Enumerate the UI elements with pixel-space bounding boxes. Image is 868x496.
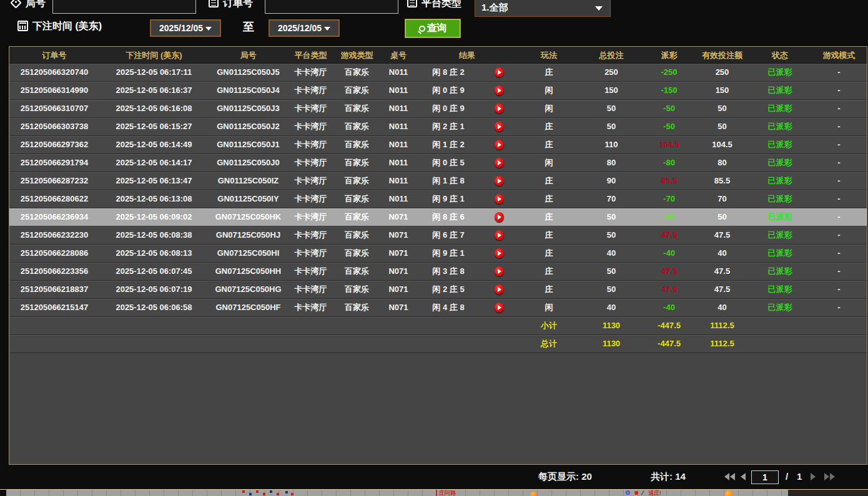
order-number-cell: 251205066232230 [9, 226, 99, 244]
replay-play-icon[interactable] [495, 266, 504, 276]
date-from-picker[interactable]: 2025/12/05 [150, 19, 221, 37]
result-cell: 闲 6 庄 7 [417, 226, 480, 244]
table-row[interactable]: 2512050662973622025-12-05 06:14:49GN0112… [9, 136, 867, 154]
replay-play-icon[interactable] [495, 194, 504, 204]
valid-bet-cell: 47.5 [696, 226, 749, 244]
valid-bet-cell: 47.5 [696, 263, 749, 280]
page-number-input[interactable] [751, 470, 779, 484]
table-row[interactable]: 2512050662322302025-12-05 06:08:38GN0712… [9, 226, 867, 245]
total-bet-cell: 50 [580, 208, 643, 226]
result-cell: 闲 1 庄 8 [417, 172, 480, 190]
column-header: 总投注 [580, 47, 643, 63]
table-row[interactable]: 2512050662280862025-12-05 06:08:13GN0712… [9, 245, 867, 263]
replay-cell [480, 281, 518, 298]
prev-page-button[interactable] [741, 473, 746, 480]
play-type-cell: 庄 [518, 172, 580, 190]
replay-play-icon[interactable] [495, 303, 504, 313]
order-number-cell: 251205066320740 [9, 64, 99, 81]
date-to-picker[interactable]: 2025/12/05 [269, 19, 340, 37]
bet-time-cell: 2025-12-05 06:09:02 [99, 208, 209, 226]
result-cell: 闲 3 庄 8 [417, 263, 480, 280]
replay-play-icon[interactable] [495, 158, 504, 168]
table-row[interactable]: 2512050662151472025-12-05 06:06:58GN0712… [9, 299, 867, 317]
replay-cell [480, 136, 518, 153]
status-cell: 已派彩 [749, 245, 811, 262]
status-cell: 已派彩 [749, 190, 811, 208]
table-row[interactable]: 2512050662872322025-12-05 06:13:47GN0112… [9, 172, 867, 190]
replay-play-icon[interactable] [495, 176, 504, 186]
to-label: 至 [243, 19, 254, 34]
platform-label: 平台类型 [422, 0, 461, 10]
replay-cell [480, 263, 518, 280]
first-page-button[interactable] [724, 473, 735, 480]
game-mode-cell: - [811, 100, 867, 117]
bet-time-cell: 2025-12-05 06:17:11 [99, 64, 209, 81]
status-cell: 已派彩 [749, 136, 811, 153]
replay-play-icon[interactable] [495, 85, 504, 95]
search-button[interactable]: 查询 [405, 19, 460, 37]
bet-time-cell: 2025-12-05 06:16:37 [99, 82, 209, 99]
status-cell: 已派彩 [749, 208, 811, 226]
order-number-cell: 251205066223356 [9, 263, 99, 280]
subtotal-row-bet: 1130 [580, 317, 643, 334]
chase-banker-label: 追庄! [648, 490, 661, 496]
replay-cell [480, 208, 518, 226]
table-row[interactable]: 2512050662188372025-12-05 06:07:19GN0712… [9, 281, 867, 299]
game-mode-cell: - [811, 263, 867, 280]
platform-cell: 卡卡湾厅 [288, 64, 333, 81]
table-row[interactable]: 2512050662233562025-12-05 06:07:45GN0712… [9, 263, 867, 281]
table-row[interactable]: 2512050663207402025-12-05 06:17:11GN0112… [9, 64, 867, 82]
round-number-cell: GN07125C050HJ [209, 226, 288, 244]
bet-time-label: 下注时间 (美东) [32, 20, 102, 33]
result-cell: 闲 0 庄 5 [417, 154, 480, 172]
order-number-cell: 251205066218837 [9, 281, 99, 298]
order-number-cell: 251205066228086 [9, 245, 99, 262]
replay-play-icon[interactable] [495, 230, 504, 240]
roadmap-dot [256, 490, 259, 493]
table-number-cell: N011 [380, 82, 417, 99]
game-mode-cell: - [811, 154, 867, 172]
table-row[interactable]: 2512050663107072025-12-05 06:16:08GN0112… [9, 100, 867, 118]
table-row[interactable]: 2512050662369342025-12-05 06:09:02GN0712… [9, 208, 867, 226]
result-cell: 闲 1 庄 2 [417, 136, 480, 153]
payout-cell: -50 [643, 208, 696, 226]
search-icon [419, 26, 425, 32]
table-row[interactable]: 2512050663149902025-12-05 06:16:37GN0112… [9, 82, 867, 100]
game-type-cell: 百家乐 [333, 190, 380, 208]
table-row[interactable]: 2512050662917942025-12-05 06:14:17GN0112… [9, 154, 867, 172]
replay-play-icon[interactable] [495, 122, 504, 132]
valid-bet-cell: 50 [696, 118, 749, 135]
replay-play-icon[interactable] [495, 212, 504, 222]
play-type-cell: 庄 [518, 64, 580, 81]
chevron-down-icon [324, 27, 330, 31]
replay-play-icon[interactable] [495, 284, 504, 294]
column-header: 平台类型 [288, 47, 333, 63]
replay-play-icon[interactable] [495, 67, 504, 77]
play-type-cell: 闲 [518, 154, 580, 172]
replay-cell [480, 226, 518, 244]
replay-cell [480, 299, 518, 316]
last-page-button[interactable] [824, 473, 835, 480]
replay-play-icon[interactable] [495, 248, 504, 258]
column-header: 局号 [209, 47, 288, 63]
table-row[interactable]: 2512050662806222025-12-05 06:13:08GN0112… [9, 190, 867, 208]
replay-play-icon[interactable] [495, 140, 504, 150]
bet-time-cell: 2025-12-05 06:06:58 [99, 299, 209, 316]
round-input[interactable] [52, 0, 196, 14]
result-cell: 闲 9 庄 1 [417, 245, 480, 262]
platform-select[interactable]: 1.全部 [475, 0, 611, 17]
roadmap-dot [263, 493, 265, 495]
total-bet-cell: 110 [580, 136, 643, 153]
table-row[interactable]: 2512050663037382025-12-05 06:15:27GN0112… [9, 118, 867, 136]
replay-play-icon[interactable] [495, 104, 504, 114]
valid-bet-cell: 104.5 [696, 136, 749, 153]
order-input[interactable] [265, 0, 398, 14]
game-mode-cell: - [811, 281, 867, 298]
table-number-cell: N011 [380, 190, 417, 208]
valid-bet-cell: 50 [696, 100, 749, 117]
next-page-button[interactable] [811, 473, 816, 480]
payout-cell: -80 [643, 154, 696, 172]
order-number-cell: 251205066215147 [9, 299, 99, 316]
roadmap-ring [626, 490, 630, 495]
game-mode-cell: - [811, 118, 867, 135]
